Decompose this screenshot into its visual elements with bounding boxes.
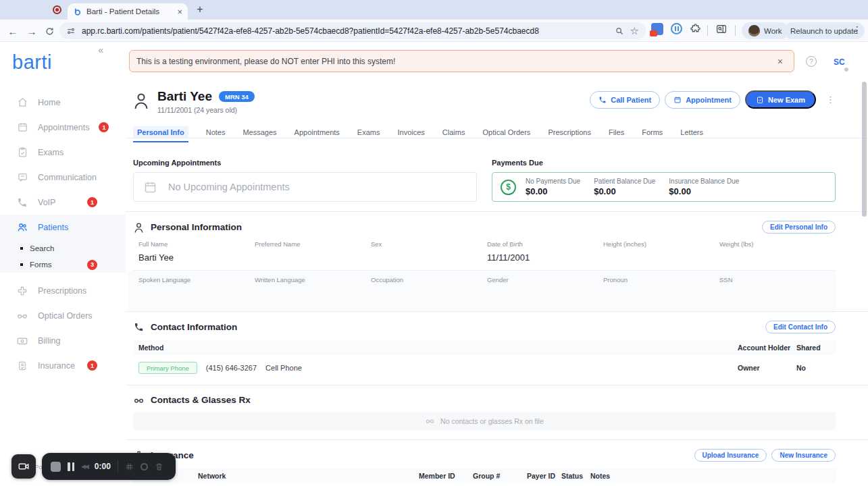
rewind-icon[interactable]: ◀◀ <box>81 463 88 470</box>
field-written-language: Written Language <box>255 276 371 299</box>
new-tab-button[interactable]: + <box>193 3 207 16</box>
pause-recording-button[interactable] <box>68 462 74 471</box>
medical-cross-icon <box>16 285 28 297</box>
extensions-puzzle-icon[interactable] <box>690 23 701 34</box>
url-text[interactable]: app.rc.barti.com/patients/patient/5427f4… <box>82 26 609 36</box>
profile-chip[interactable]: Work <box>742 22 789 39</box>
phone-icon <box>16 196 28 209</box>
tab-exams[interactable]: Exams <box>357 128 380 136</box>
sidebar-item-label: Exams <box>38 148 63 157</box>
sidebar-item-label: Optical Orders <box>38 311 93 321</box>
extension-icon[interactable] <box>651 23 663 35</box>
tab-forms[interactable]: Forms <box>642 128 663 136</box>
sidebar-item-communication[interactable]: Communication <box>0 165 126 190</box>
pause-extension-icon[interactable] <box>671 23 682 34</box>
payment-label: Patient Balance Due <box>594 178 655 185</box>
field-date-of-birth: Date of Birth11/11/2001 <box>487 240 603 263</box>
insurance-table-header: Network Member ID Group # Payer ID Statu… <box>133 468 836 483</box>
address-bar[interactable]: app.rc.barti.com/patients/patient/5427f4… <box>59 22 646 39</box>
column-member-id: Member ID <box>419 472 473 480</box>
main-content: This is a testing environment, please do… <box>126 42 868 486</box>
new-insurance-button[interactable]: New Insurance <box>771 449 836 462</box>
tab-close-icon[interactable]: × <box>177 7 182 16</box>
field-full-name: Full NameBarti Yee <box>138 240 255 263</box>
tab-invoices[interactable]: Invoices <box>397 128 424 136</box>
tab-letters[interactable]: Letters <box>680 128 703 136</box>
user-avatar[interactable]: SC <box>834 57 845 67</box>
sidebar-item-patients[interactable]: Patients <box>0 215 126 240</box>
sidebar-item-optical-orders[interactable]: Optical Orders <box>0 303 126 328</box>
banner-text: This is a testing environment, please do… <box>136 57 395 66</box>
payment-item: Insurance Balance Due $0.00 <box>669 178 739 196</box>
sidebar-collapse-icon[interactable]: « <box>98 45 103 55</box>
camera-button[interactable] <box>11 454 36 479</box>
upcoming-appointments-empty: No Upcoming Appointments <box>133 172 477 202</box>
sidebar-item-prescriptions[interactable]: Prescriptions <box>0 278 126 303</box>
trash-icon[interactable] <box>155 462 163 471</box>
edit-contact-info-button[interactable]: Edit Contact Info <box>765 321 836 333</box>
notification-badge: 1 <box>87 360 97 371</box>
forward-button[interactable]: → <box>24 24 39 38</box>
call-patient-button[interactable]: Call Patient <box>590 91 660 109</box>
appointment-button[interactable]: Appointment <box>665 91 740 109</box>
vertical-scrollbar[interactable] <box>862 82 867 217</box>
sidebar-item-label: Forms <box>30 261 52 269</box>
tab-files[interactable]: Files <box>609 128 624 136</box>
stop-recording-button[interactable] <box>51 462 61 472</box>
tab-claims[interactable]: Claims <box>442 128 465 136</box>
drag-handle-icon[interactable] <box>125 462 134 471</box>
patient-overflow-menu-icon[interactable]: ⋮ <box>826 94 835 105</box>
sidebar-item-label: Home <box>38 98 60 107</box>
phone-number: (415) 646-3267 <box>206 364 257 372</box>
field-height: Height (inches) <box>603 240 719 263</box>
back-button[interactable]: ← <box>5 24 20 38</box>
payment-value: $0.00 <box>669 186 739 196</box>
sidebar-item-appointments[interactable]: Appointments 1 <box>0 115 126 140</box>
payment-item: Patient Balance Due $0.00 <box>594 178 655 196</box>
insurance-row[interactable]: Medical Example Insurance 123 123 Active… <box>133 483 836 486</box>
sidebar-item-forms[interactable]: Forms 3 <box>0 256 126 273</box>
sidebar-item-exams[interactable]: Exams <box>0 140 126 165</box>
browser-menu-icon[interactable]: ⋮ <box>852 24 862 35</box>
site-controls-icon[interactable] <box>66 26 76 36</box>
contact-table-header: Method Account Holder Shared <box>133 340 836 355</box>
restart-icon[interactable] <box>141 463 148 470</box>
sidebar-item-insurance[interactable]: Insurance 1 <box>0 353 126 378</box>
patients-active-group: Patients Search Forms 3 <box>0 215 126 273</box>
zoom-icon[interactable] <box>615 26 624 36</box>
toolbar-divider <box>707 25 708 36</box>
field-pronoun: Pronoun <box>603 276 719 299</box>
reload-button[interactable] <box>42 24 57 38</box>
tab-notes[interactable]: Notes <box>206 128 226 136</box>
sidebar-item-label: Billing <box>38 336 60 346</box>
banner-close-icon[interactable]: × <box>777 56 783 67</box>
column-payer-id: Payer ID <box>527 472 561 480</box>
contact-row[interactable]: Primary Phone (415) 646-3267 Cell Phone … <box>133 355 836 382</box>
sidebar-item-label: Communication <box>38 173 97 182</box>
sidebar-item-home[interactable]: Home <box>0 90 126 115</box>
tab-messages[interactable]: Messages <box>242 128 276 136</box>
upload-insurance-button[interactable]: Upload Insurance <box>694 449 767 462</box>
call-patient-label: Call Patient <box>611 96 651 104</box>
help-icon[interactable]: ? <box>806 56 817 67</box>
bookmark-star-icon[interactable]: ☆ <box>630 25 639 37</box>
browser-tab[interactable]: Barti - Patient Details × <box>68 3 188 20</box>
recorder-toolbar: ◀◀ 0:00 <box>42 453 176 480</box>
sidebar-item-billing[interactable]: Billing <box>0 328 126 353</box>
tab-personal-info[interactable]: Personal Info <box>133 126 188 138</box>
calendar-icon <box>16 122 28 134</box>
upcoming-appointments-title: Upcoming Appointments <box>133 159 477 167</box>
sidebar-item-search[interactable]: Search <box>0 240 126 256</box>
sidebar-item-label: Patients <box>38 223 68 232</box>
side-panel-search-icon[interactable] <box>715 23 727 35</box>
tab-appointments[interactable]: Appointments <box>295 128 340 136</box>
sidebar-item-label: Insurance <box>38 361 75 371</box>
recorder-divider <box>118 460 118 473</box>
tab-prescriptions[interactable]: Prescriptions <box>548 128 591 136</box>
tab-optical-orders[interactable]: Optical Orders <box>482 128 530 136</box>
tab-strip: Barti - Patient Details × + <box>0 0 868 20</box>
dollar-icon: $ <box>501 180 516 195</box>
sidebar-item-voip[interactable]: VoIP 1 <box>0 190 126 215</box>
edit-personal-info-button[interactable]: Edit Personal Info <box>762 221 836 234</box>
new-exam-button[interactable]: New Exam <box>745 90 816 109</box>
